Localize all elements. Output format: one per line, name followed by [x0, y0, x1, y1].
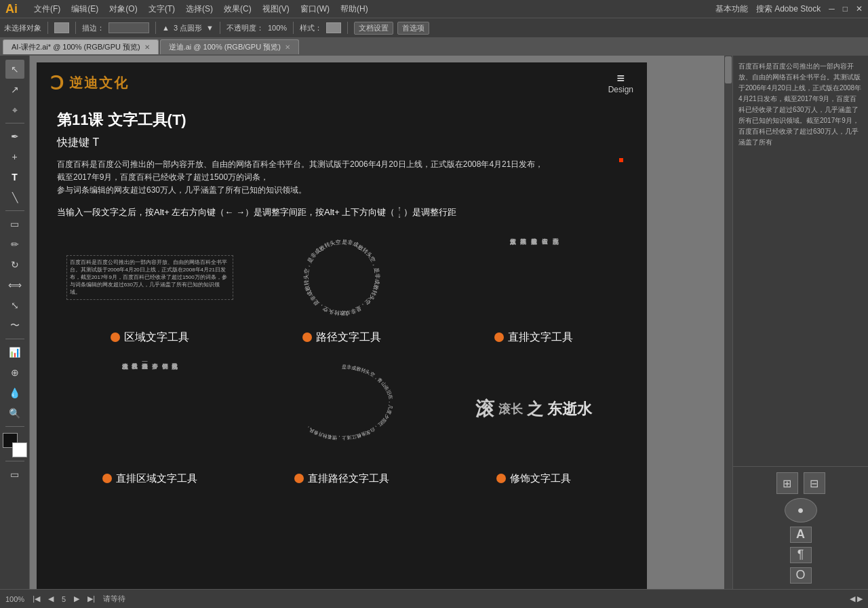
vertical-col-5: 几度夕阳红: [551, 233, 559, 322]
panel-align-icon[interactable]: ⊟: [804, 472, 825, 494]
area-tool-label: 区域文字工具: [111, 330, 189, 345]
panel-transform-icon[interactable]: ⊞: [776, 472, 798, 494]
doc-content: 第11课 文字工具(T) 快捷键 T 百度百科是百度公司推出的一部内容开放、自由…: [37, 103, 647, 492]
background-color[interactable]: [12, 442, 27, 457]
tab-0[interactable]: AI-课件2.ai* @ 100% (RGB/GPU 预览) ✕: [3, 39, 159, 54]
brush-tool[interactable]: ✏: [5, 235, 24, 254]
zoom-tool[interactable]: 🔍: [5, 404, 24, 423]
panel-open-type-icon[interactable]: O: [790, 567, 812, 584]
rotate-tool[interactable]: ↻: [5, 255, 24, 274]
nav-next[interactable]: ▶: [74, 594, 79, 603]
nav-prev-prev[interactable]: |◀: [33, 594, 40, 603]
type-tool[interactable]: T: [5, 168, 24, 187]
close-btn[interactable]: ✕: [856, 4, 863, 14]
hamburger-icon[interactable]: ≡: [616, 71, 625, 85]
vert-area-col-5: 都付笑谈中: [161, 358, 169, 460]
warp-tool[interactable]: 〜: [5, 316, 24, 335]
tool-sep-4: [5, 426, 24, 427]
menu-help[interactable]: 帮助(H): [340, 3, 368, 15]
menu-bar: Ai 文件(F) 编辑(E) 对象(O) 文字(T) 选择(S) 效果(C) 视…: [0, 0, 868, 18]
tab-0-close[interactable]: ✕: [144, 43, 150, 51]
doc-header: Ↄ 逆迪文化 ≡ Design: [37, 62, 647, 103]
tab-1[interactable]: 逆迪.ai @ 100% (RGB/GPU 预览) ✕: [160, 39, 299, 54]
menu-object[interactable]: 对象(O): [109, 3, 137, 15]
orange-dot-6: [496, 474, 506, 483]
preferences-btn[interactable]: 首选项: [397, 22, 429, 35]
vert-area-col-4: 古今多少事: [151, 358, 159, 460]
selection-tool[interactable]: ↖: [5, 60, 24, 79]
decorate-char-2: 滚长: [498, 401, 523, 417]
description-text: 百度百科是百度公司推出的一部内容开放、自由的网络百科全书平台。其测试版于2006…: [57, 158, 627, 197]
right-panel: 百度百科是百度公司推出的一部内容开放、自由的网络百科全书平台。其测试版于2006…: [732, 56, 868, 589]
vert-area-col-2: 惯看秋月春风: [131, 358, 139, 460]
menu-edit[interactable]: 编辑(E): [71, 3, 98, 15]
nav-prev[interactable]: ◀: [48, 594, 54, 603]
vertical-scrollbar[interactable]: [724, 56, 732, 589]
nav-arrows[interactable]: ◀ ▶: [850, 594, 863, 603]
reflect-tool[interactable]: ⟺: [5, 276, 24, 294]
pen-tool[interactable]: ✒: [5, 127, 24, 146]
stroke-input[interactable]: [108, 22, 149, 33]
doc-settings-btn[interactable]: 文档设置: [354, 22, 393, 35]
vert-area-col-6: 依旧风云几度秋: [171, 358, 179, 460]
vertical-path-svg: 是非成败转头空，青山依旧在，几度夕阳红，白发渔樵江渚上，惯看秋月春风，: [281, 355, 403, 463]
vertical-text-container: 滚滚长江东逝水 浪花淘尽英雄 旧是非成败转头空 青山依旧在 几度夕阳红: [509, 233, 559, 322]
selection-label: 未选择对象: [4, 23, 41, 33]
design-label: Design: [608, 85, 633, 94]
svg-text:是非成败转头空，是非成败转头空，是非成败转头空，是非成败转头: 是非成败转头空，是非成败转头空，是非成败转头空，是非成败转头空，是非成败转头空，: [294, 230, 380, 316]
menu-text[interactable]: 文字(T): [149, 3, 175, 15]
menu-file[interactable]: 文件(F): [34, 3, 60, 15]
vert-area-label: 直排区域文字工具: [102, 472, 197, 485]
direct-select-tool[interactable]: ↗: [5, 80, 24, 99]
style-swatch[interactable]: [326, 22, 341, 33]
vertical-path-example: 是非成败转头空，青山依旧在，几度夕阳红，白发渔樵江渚上，惯看秋月春风， 直排路径…: [249, 352, 434, 485]
vertical-area-visual: 白发渔樵江渚上 惯看秋月春风 一壶浊酒喜相逢 古今多少事 都付笑谈中 依旧风云几…: [57, 352, 242, 467]
decorate-text-display: 滚 滚长 之 东逝水: [475, 396, 592, 422]
vertical-text-example: 滚滚长江东逝水 浪花淘尽英雄 旧是非成败转头空 青山依旧在 几度夕阳红 直排文字…: [441, 230, 627, 345]
blend-tool[interactable]: ⊕: [5, 363, 24, 382]
panel-type-icon[interactable]: A: [790, 527, 812, 543]
scale-tool[interactable]: ⤡: [5, 296, 24, 315]
rect-tool[interactable]: ▭: [5, 214, 24, 233]
decorate-example: 滚 滚长 之 东逝水 修饰文字工具: [441, 352, 627, 485]
menu-select[interactable]: 选择(S): [186, 3, 213, 15]
lasso-tool[interactable]: ⌖: [5, 100, 24, 119]
menu-view[interactable]: 视图(V): [262, 3, 290, 15]
menu-effect[interactable]: 效果(C): [224, 3, 252, 15]
menu-window[interactable]: 窗口(W): [300, 3, 330, 15]
zoom-level: 100%: [5, 595, 24, 603]
minimize-btn[interactable]: ─: [829, 4, 835, 14]
change-screen-mode[interactable]: ▭: [5, 465, 24, 484]
tab-1-close[interactable]: ✕: [285, 43, 290, 51]
decorate-label: 修饰文字工具: [496, 472, 571, 485]
points-dropdown[interactable]: ▼: [206, 24, 214, 32]
stock-search[interactable]: 搜索 Adobe Stock: [756, 3, 821, 15]
panel-para-icon[interactable]: ¶: [790, 547, 812, 563]
maximize-btn[interactable]: □: [843, 4, 848, 14]
decorate-char-4: 东逝水: [547, 399, 592, 419]
canvas-area[interactable]: Ↄ 逆迪文化 ≡ Design 第11课 文字工具(T) 快捷键 T 百度百科是…: [30, 56, 732, 589]
right-panel-icons: ⊞ ⊟ ● A ¶ O: [733, 467, 868, 589]
bottom-tools-grid: 白发渔樵江渚上 惯看秋月春风 一壶浊酒喜相逢 古今多少事 都付笑谈中 依旧风云几…: [57, 352, 627, 485]
tool-sep-2: [5, 210, 24, 211]
tab-bar: AI-课件2.ai* @ 100% (RGB/GPU 预览) ✕ 逆迪.ai @…: [0, 38, 868, 56]
style-label: 样式：: [300, 23, 322, 33]
scrollbar-thumb[interactable]: [725, 56, 732, 83]
workspace-selector[interactable]: 基本功能: [715, 3, 748, 15]
stroke-label: 描边：: [82, 23, 104, 33]
vertical-col-1: 滚滚长江东逝水: [509, 233, 517, 322]
eyedropper-tool[interactable]: 💧: [5, 383, 24, 402]
tool-sep-3: [5, 339, 24, 339]
graph-tool[interactable]: 📊: [5, 343, 24, 362]
nav-next-next[interactable]: ▶|: [87, 594, 95, 603]
status-info: 请等待: [103, 594, 125, 604]
points-label: ▲: [162, 24, 170, 32]
fill-color[interactable]: [54, 22, 69, 33]
document-canvas: Ↄ 逆迪文化 ≡ Design 第11课 文字工具(T) 快捷键 T 百度百科是…: [37, 62, 647, 589]
color-tools-area: [3, 433, 27, 457]
line-tool[interactable]: ╲: [5, 188, 24, 207]
add-anchor-tool[interactable]: +: [5, 147, 24, 166]
vertical-area-container: 白发渔樵江渚上 惯看秋月春风 一壶浊酒喜相逢 古今多少事 都付笑谈中 依旧风云几…: [121, 358, 178, 460]
panel-circle-icon[interactable]: ●: [785, 498, 817, 522]
orange-dot-3: [494, 332, 504, 342]
